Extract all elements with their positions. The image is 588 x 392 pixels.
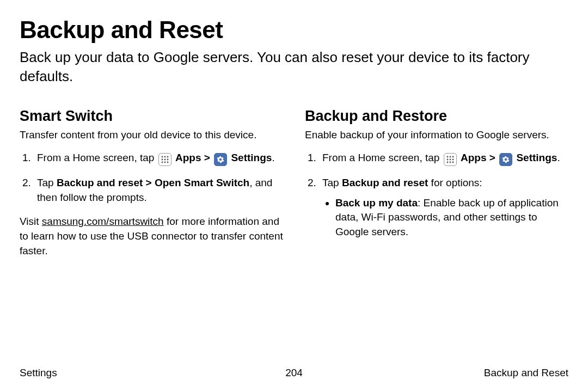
- svg-point-5: [167, 159, 168, 161]
- svg-point-14: [452, 159, 454, 161]
- svg-point-15: [446, 162, 448, 163]
- step-end: .: [272, 152, 274, 163]
- smartswitch-link[interactable]: samsung.com/smartswitch: [42, 216, 164, 227]
- svg-point-10: [449, 156, 451, 158]
- svg-point-8: [167, 162, 168, 163]
- backup-restore-heading: Backup and Restore: [305, 108, 568, 125]
- step-text: From a Home screen, tap: [37, 152, 157, 163]
- note-text: Visit: [20, 216, 42, 227]
- separator: >: [489, 152, 498, 163]
- svg-point-9: [446, 156, 448, 158]
- svg-point-13: [449, 159, 451, 161]
- separator: >: [204, 152, 213, 163]
- settings-icon: [499, 153, 512, 166]
- backup-restore-steps: From a Home screen, tap Apps >: [305, 151, 568, 239]
- content-columns: Smart Switch Transfer content from your …: [20, 108, 568, 258]
- apps-icon: [158, 153, 171, 166]
- step-end: .: [557, 152, 560, 163]
- svg-point-0: [161, 156, 163, 158]
- step-text: for options:: [428, 177, 482, 188]
- settings-icon: [214, 153, 227, 166]
- svg-point-2: [167, 156, 168, 158]
- step-bold: Backup and reset > Open Smart Switch: [57, 177, 249, 188]
- svg-point-7: [164, 162, 166, 163]
- backup-restore-desc: Enable backup of your information to Goo…: [305, 129, 568, 141]
- backup-restore-step-1: From a Home screen, tap Apps >: [319, 151, 568, 166]
- apps-label: Apps: [461, 152, 487, 163]
- step-text: Tap: [37, 177, 57, 188]
- smart-switch-steps: From a Home screen, tap Apps >: [20, 151, 283, 205]
- page-title: Backup and Reset: [20, 16, 568, 44]
- svg-point-11: [452, 156, 454, 158]
- backup-options-list: Back up my data: Enable back up of appli…: [322, 196, 568, 240]
- option-name: Back up my data: [335, 197, 418, 209]
- svg-point-4: [164, 159, 166, 161]
- smart-switch-heading: Smart Switch: [20, 108, 283, 125]
- apps-label: Apps: [175, 152, 201, 163]
- settings-label: Settings: [516, 152, 557, 163]
- page-intro: Back up your data to Google servers. You…: [20, 48, 568, 86]
- column-smart-switch: Smart Switch Transfer content from your …: [20, 108, 283, 258]
- backup-restore-step-2: Tap Backup and reset for options: Back u…: [319, 176, 568, 239]
- smart-switch-desc: Transfer content from your old device to…: [20, 129, 283, 141]
- column-backup-restore: Backup and Restore Enable backup of your…: [305, 108, 568, 258]
- manual-page: Backup and Reset Back up your data to Go…: [0, 0, 588, 392]
- svg-point-3: [161, 159, 163, 161]
- step-text: From a Home screen, tap: [322, 152, 443, 163]
- smart-switch-note: Visit samsung.com/smartswitch for more i…: [20, 215, 283, 258]
- svg-point-17: [452, 162, 454, 163]
- apps-icon: [444, 153, 457, 166]
- svg-point-1: [164, 156, 166, 158]
- page-footer: Settings 204 Backup and Reset: [20, 367, 568, 379]
- settings-label: Settings: [231, 152, 272, 163]
- svg-point-6: [161, 162, 163, 163]
- smart-switch-step-1: From a Home screen, tap Apps >: [34, 151, 283, 166]
- step-bold: Backup and reset: [342, 177, 428, 188]
- smart-switch-step-2: Tap Backup and reset > Open Smart Switch…: [34, 176, 283, 205]
- step-text: Tap: [322, 177, 342, 188]
- svg-point-12: [446, 159, 448, 161]
- svg-point-16: [449, 162, 451, 163]
- backup-option-backup-my-data: Back up my data: Enable back up of appli…: [335, 196, 568, 240]
- footer-page-number: 204: [20, 367, 568, 379]
